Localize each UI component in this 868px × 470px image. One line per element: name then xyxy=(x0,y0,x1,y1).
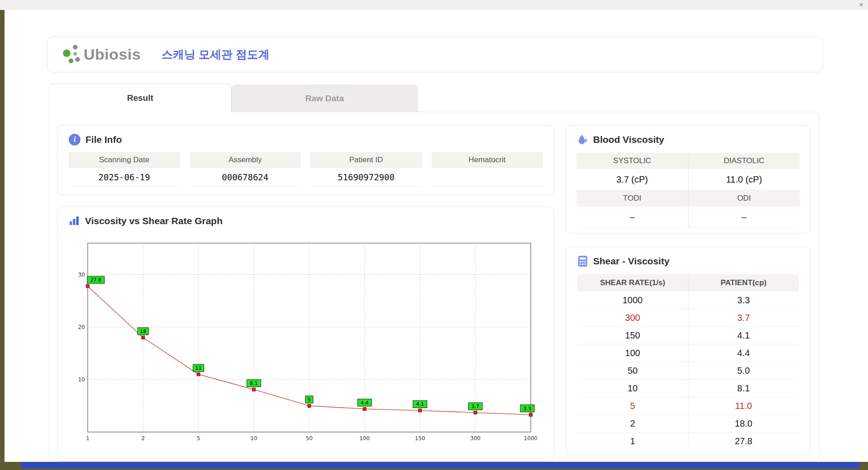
graph-title: Viscosity vs Shear Rate Graph xyxy=(85,216,222,226)
shear-rate-cell: 10 xyxy=(577,380,688,397)
file-info-grid: Scanning Date2025-06-19Assembly000678624… xyxy=(58,146,553,187)
logo-dots-icon xyxy=(61,43,82,65)
page-title: 스캐닝 모세관 점도계 xyxy=(161,47,269,62)
file-info-field: Hematocrit xyxy=(432,152,543,187)
svg-text:30: 30 xyxy=(78,272,85,278)
field-value: 2025-06-19 xyxy=(69,168,180,187)
shear-rate-cell: 1000 xyxy=(577,291,688,309)
svg-text:2: 2 xyxy=(142,435,145,442)
desktop-edge-bottom xyxy=(0,462,868,470)
table-row: 3003.7 xyxy=(577,309,799,327)
svg-text:11: 11 xyxy=(195,365,202,371)
odi-value: – xyxy=(688,207,800,227)
table-row: 127.8 xyxy=(577,432,799,450)
table-row: 10003.3 xyxy=(577,291,799,309)
tab-raw-data[interactable]: Raw Data xyxy=(231,85,418,112)
calculator-icon xyxy=(577,255,588,267)
table-row: 1504.1 xyxy=(577,327,799,344)
bar-chart-icon xyxy=(69,215,80,226)
patient-viscosity-cell: 5.0 xyxy=(688,362,799,379)
patient-viscosity-cell: 4.4 xyxy=(688,344,799,362)
shear-rate-cell: 150 xyxy=(577,327,688,344)
file-info-field: Assembly000678624 xyxy=(190,152,301,187)
svg-text:4.1: 4.1 xyxy=(416,401,424,407)
todi-value: – xyxy=(576,207,688,227)
shear-viscosity-header: Shear - Viscosity xyxy=(566,247,810,267)
patient-viscosity-cell: 27.8 xyxy=(688,432,799,450)
patient-viscosity-cell: 3.3 xyxy=(688,291,799,309)
file-info-field: Scanning Date2025-06-19 xyxy=(69,152,180,187)
window-title-bar: × xyxy=(0,0,868,10)
table-row: 108.1 xyxy=(577,380,799,397)
field-value: 000678624 xyxy=(190,168,301,187)
svg-text:3.7: 3.7 xyxy=(472,404,480,409)
table-row: 3.7 (cP) 11.0 (cP) xyxy=(576,169,800,190)
app-header: Ubiosis 스캐닝 모세관 점도계 xyxy=(47,36,823,72)
patient-viscosity-cell: 11.0 xyxy=(688,397,799,414)
field-label: Scanning Date xyxy=(69,152,180,168)
table-row: – – xyxy=(576,207,800,228)
svg-text:1000: 1000 xyxy=(524,435,537,442)
svg-text:3.3: 3.3 xyxy=(524,406,532,412)
viscosity-chart: 1020301251050100150300100027.818118.154.… xyxy=(67,236,537,448)
shear-viscosity-title: Shear - Viscosity xyxy=(593,256,670,267)
shear-viscosity-card: Shear - Viscosity SHEAR RATE(1/s) PATIEN… xyxy=(566,247,810,455)
systolic-value: 3.7 (cP) xyxy=(576,169,688,190)
table-row: 511.0 xyxy=(577,397,799,415)
app-logo: Ubiosis xyxy=(61,43,141,65)
odi-label: ODI xyxy=(688,190,800,207)
svg-text:100: 100 xyxy=(359,435,370,442)
taskbar-strip xyxy=(21,462,860,468)
svg-text:1: 1 xyxy=(86,435,90,442)
chart-area: 1020301251050100150300100027.818118.154.… xyxy=(67,236,537,448)
svg-text:18: 18 xyxy=(140,329,146,334)
field-label: Patient ID xyxy=(311,152,422,168)
column-header-shear-rate: SHEAR RATE(1/s) xyxy=(577,274,688,291)
blood-viscosity-title: Blood Viscosity xyxy=(593,134,664,145)
blood-viscosity-header: Blood Viscosity xyxy=(566,126,810,146)
shear-rate-cell: 50 xyxy=(577,362,688,379)
svg-text:10: 10 xyxy=(78,376,85,383)
blood-viscosity-card: Blood Viscosity SYSTOLIC DIASTOLIC 3.7 (… xyxy=(566,125,810,233)
svg-text:50: 50 xyxy=(306,435,312,442)
systolic-label: SYSTOLIC xyxy=(576,153,688,169)
table-row: 1004.4 xyxy=(577,344,799,362)
info-icon: i xyxy=(69,134,80,146)
graph-header: Viscosity vs Shear Rate Graph xyxy=(58,207,553,226)
file-info-title: File Info xyxy=(85,134,122,145)
svg-text:10: 10 xyxy=(250,435,257,442)
column-header-patient: PATIENT(cp) xyxy=(688,274,799,291)
svg-text:27.8: 27.8 xyxy=(90,277,102,283)
svg-text:20: 20 xyxy=(78,324,85,330)
file-info-field: Patient ID51690972900 xyxy=(311,152,422,187)
viscosity-graph-card: Viscosity vs Shear Rate Graph 1020301251… xyxy=(57,207,554,461)
shear-rate-cell: 100 xyxy=(577,344,688,362)
blood-viscosity-table: SYSTOLIC DIASTOLIC 3.7 (cP) 11.0 (cP) TO… xyxy=(576,153,800,228)
close-icon[interactable]: × xyxy=(859,0,863,10)
patient-viscosity-cell: 8.1 xyxy=(688,380,799,397)
svg-text:5: 5 xyxy=(197,435,200,442)
table-row: 505.0 xyxy=(577,362,799,380)
diastolic-label: DIASTOLIC xyxy=(688,153,800,169)
logo-text: Ubiosis xyxy=(84,46,141,63)
svg-text:300: 300 xyxy=(470,435,481,442)
tab-result[interactable]: Result xyxy=(49,83,231,112)
shear-rate-cell: 2 xyxy=(577,415,688,432)
table-row: 218.0 xyxy=(577,415,799,432)
shear-rate-cell: 5 xyxy=(577,397,688,414)
result-panel: i File Info Scanning Date2025-06-19Assem… xyxy=(49,112,819,462)
desktop-edge-left xyxy=(0,10,5,470)
svg-text:4.4: 4.4 xyxy=(361,400,369,406)
svg-text:5: 5 xyxy=(308,397,311,403)
field-value xyxy=(432,168,543,187)
field-value: 51690972900 xyxy=(311,168,422,187)
file-info-card: i File Info Scanning Date2025-06-19Assem… xyxy=(57,125,554,195)
file-info-header: i File Info xyxy=(58,126,553,146)
svg-text:8.1: 8.1 xyxy=(250,381,258,386)
diastolic-value: 11.0 (cP) xyxy=(688,169,800,190)
field-label: Hematocrit xyxy=(432,152,543,168)
table-row: SYSTOLIC DIASTOLIC xyxy=(576,153,800,169)
patient-viscosity-cell: 4.1 xyxy=(688,327,799,344)
shear-rate-cell: 300 xyxy=(577,309,688,326)
patient-viscosity-cell: 3.7 xyxy=(688,309,799,326)
